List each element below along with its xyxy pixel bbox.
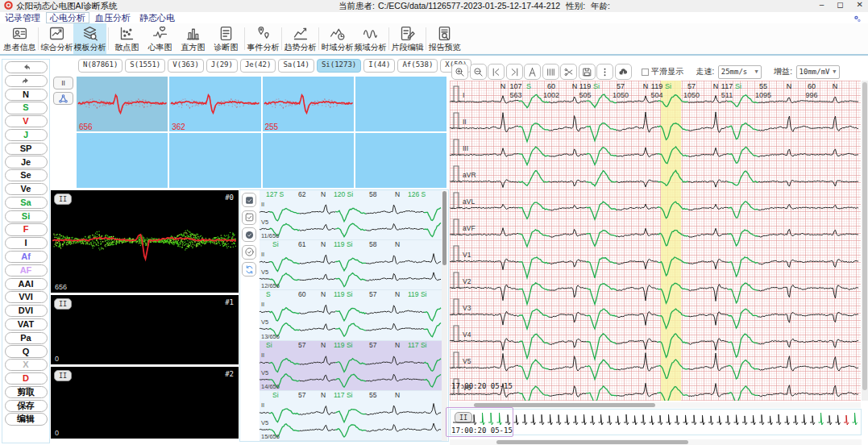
histogram-panel-0[interactable]: II#0656 (51, 190, 239, 293)
sidebar-class-button-Sa[interactable]: Sa (5, 197, 48, 209)
sidebar-class-button-AAI[interactable]: AAI (5, 278, 48, 290)
caliper-button[interactable] (524, 64, 541, 80)
sidebar-class-button-Pa[interactable]: Pa (5, 332, 48, 344)
ecg-vertical-scrollbar[interactable] (862, 81, 868, 401)
template-tab-9[interactable]: Af(538) (397, 59, 438, 73)
rhythm-strip[interactable]: II 17:00:20 05-15 (450, 409, 862, 435)
template-cell-6[interactable] (169, 133, 260, 188)
toolbar-button-histogram[interactable]: 直方图 (177, 23, 210, 54)
beat-list-scrollbar[interactable] (442, 191, 447, 441)
template-tab-2[interactable]: S(1551) (125, 59, 165, 73)
lastpage-button[interactable] (506, 64, 523, 80)
undo-button[interactable] (5, 61, 48, 73)
sidebar-class-button-N[interactable]: N (5, 89, 48, 101)
template-tab-5[interactable]: Je(42) (240, 59, 276, 73)
scrollbar-thumb[interactable] (496, 440, 688, 444)
sidebar-class-button-DVI[interactable]: DVI (5, 305, 48, 317)
beat-strip-12[interactable]: Si61N119 Si58NIIV512/656 (260, 240, 442, 290)
toolbar-button-patient[interactable]: 患者信息 (3, 23, 36, 54)
template-tab-1[interactable]: N(87861) (78, 59, 123, 73)
sidebar-class-button-VVI[interactable]: VVI (5, 291, 48, 303)
panel-lead-button[interactable]: II (54, 193, 72, 205)
beat-strip-14[interactable]: Si57N119 Si57N117 SiIIV514/656 (260, 341, 442, 391)
toolbar-button-scatter[interactable]: 散点图 (110, 23, 143, 54)
sidebar-class-button-编辑[interactable]: 编辑 (5, 413, 48, 425)
save-button[interactable] (579, 64, 596, 80)
sidebar-class-button-V[interactable]: V (5, 115, 48, 127)
minimize-button[interactable]: – (820, 0, 824, 9)
menu-item-4[interactable]: 静态心电 (136, 13, 178, 23)
rhythm-horizontal-scrollbar[interactable] (450, 439, 862, 445)
panel-lead-button[interactable]: II (54, 298, 72, 310)
gain-select[interactable]: 10mm/mV▼ (796, 65, 840, 79)
kebab-button[interactable] (596, 64, 613, 80)
sidebar-class-button-Ve[interactable]: Ve (5, 183, 48, 195)
sidebar-class-button-S[interactable]: S (5, 102, 48, 114)
histogram-panel-2[interactable]: II#20 (51, 367, 239, 439)
sidebar-class-button-J[interactable]: J (5, 129, 48, 141)
twelve-lead-ecg-view[interactable]: NSNSiNSiNSiNN107563601002119505571050119… (450, 81, 861, 401)
refresh-button[interactable] (242, 262, 256, 277)
confirm-all-button[interactable] (242, 227, 256, 242)
toolbar-button-reportpreview[interactable]: 报告预览 (428, 23, 461, 54)
sidebar-class-button-AF[interactable]: AF (5, 264, 48, 277)
sidebar-class-button-Q[interactable]: Q (5, 345, 48, 357)
toolbar-button-timedomain[interactable]: 时域分析 (321, 23, 354, 54)
scrollbar-thumb[interactable] (862, 82, 867, 390)
template-tab-3[interactable]: V(363) (168, 59, 204, 73)
template-cell-7[interactable] (263, 133, 354, 188)
scissors-button[interactable] (560, 64, 577, 80)
sidebar-class-button-VAT[interactable]: VAT (5, 318, 48, 331)
template-cell-8[interactable] (355, 133, 446, 188)
menu-item-1[interactable]: 记录管理 (2, 13, 44, 23)
toolbar-button-segmentedit[interactable]: 片段编辑 (391, 23, 424, 54)
smooth-display-checkbox[interactable] (642, 69, 649, 76)
template-cell-3[interactable]: Si255 (263, 77, 354, 131)
sidebar-class-button-Se[interactable]: Se (5, 169, 48, 181)
toolbar-button-diagnosis[interactable]: 诊断图 (210, 23, 243, 54)
template-cell-2[interactable]: Si362 (169, 77, 260, 131)
merge-templates-button[interactable] (53, 92, 73, 105)
toolbar-button-freqdomain[interactable]: 频域分析 (354, 23, 387, 54)
toolbar-button-composite[interactable]: 综合分析 (40, 23, 73, 54)
sidebar-class-button-Si[interactable]: Si (5, 210, 48, 222)
sidebar-class-button-Af[interactable]: Af (5, 251, 48, 263)
template-tab-6[interactable]: Sa(14) (278, 59, 314, 73)
toolbar-button-event[interactable]: 事件分析 (247, 23, 280, 54)
toolbar-button-template[interactable]: 模板分析 (73, 23, 106, 54)
clouddownload-button[interactable] (615, 64, 632, 80)
zoomin-button[interactable] (451, 64, 468, 80)
template-tab-7[interactable]: Si(1273) (317, 59, 361, 73)
template-cell-5[interactable] (77, 133, 168, 188)
sidebar-class-button-I[interactable]: I (5, 237, 48, 249)
redo-button[interactable] (5, 75, 48, 87)
sidebar-class-button-保存[interactable]: 保存 (5, 400, 48, 412)
select-all-checkbox[interactable] (242, 193, 256, 207)
template-tab-4[interactable]: J(29) (206, 59, 238, 73)
confirm-page-button[interactable] (242, 245, 256, 260)
scrollbar-thumb[interactable] (442, 191, 446, 265)
bars-button[interactable] (542, 64, 559, 80)
maximize-button[interactable]: ◻ (837, 0, 843, 9)
template-cell-4[interactable] (355, 77, 446, 131)
histogram-panel-1[interactable]: II#10 (51, 295, 239, 364)
sidebar-class-button-F[interactable]: F (5, 223, 48, 235)
beat-strip-15[interactable]: Si57N117 Si55NIIV515/656 (260, 391, 442, 441)
beat-strip-13[interactable]: S60N119 Si57N119 SiIIV513/656 (260, 290, 442, 340)
toolbar-button-trend[interactable]: 趋势分析 (284, 23, 317, 54)
toolbar-button-heartrate[interactable]: 心率图 (143, 23, 177, 54)
close-button[interactable]: ✕ (857, 0, 863, 9)
template-cell-1[interactable]: Si656 (77, 77, 168, 131)
speed-select[interactable]: 25mm/s▼ (718, 65, 762, 79)
panel-lead-button[interactable]: II (54, 370, 72, 381)
beat-strip-11[interactable]: 127 S62N120 Si58N126 SIIV511/656 (260, 190, 442, 240)
sidebar-class-button-X[interactable]: X (5, 359, 48, 371)
zoomout-button[interactable] (470, 64, 487, 80)
sidebar-class-button-剪取[interactable]: 剪取 (5, 386, 48, 398)
menu-item-2[interactable]: 心电分析 (46, 12, 89, 23)
sidebar-class-button-SP[interactable]: SP (5, 143, 48, 155)
sidebar-class-button-D[interactable]: D (5, 372, 48, 385)
firstpage-button[interactable] (488, 64, 505, 80)
template-lead-button[interactable]: II (53, 77, 73, 89)
template-tab-8[interactable]: I(44) (363, 59, 395, 73)
